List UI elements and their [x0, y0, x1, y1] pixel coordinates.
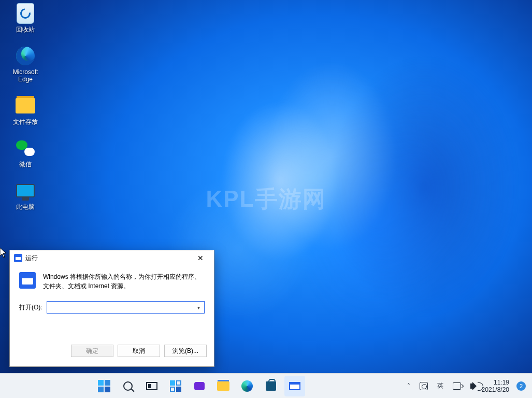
chat-icon — [194, 382, 205, 390]
run-open-label: 打开(O): — [19, 303, 42, 312]
tray-clock[interactable]: 11:19 2021/8/20 — [480, 378, 511, 394]
start-icon — [98, 380, 110, 392]
run-message: Windows 将根据你所输入的名称，为你打开相应的程序、文件夹、文档或 Int… — [43, 272, 205, 291]
taskbar-search-button[interactable] — [118, 376, 138, 396]
run-title-text: 运行 — [25, 254, 38, 263]
run-open-row: 打开(O): ▾ — [10, 291, 214, 314]
desktop-icon-label: Microsoft Edge — [7, 68, 44, 83]
monitor-icon — [15, 180, 36, 201]
run-icon — [289, 382, 300, 390]
search-icon — [123, 381, 133, 391]
run-open-field[interactable]: ▾ — [47, 301, 205, 314]
tray-overflow-button[interactable]: ˄ — [405, 381, 412, 391]
close-button[interactable]: ✕ — [190, 251, 211, 265]
browse-button[interactable]: 浏览(B)... — [164, 345, 207, 357]
chevron-up-icon: ˄ — [407, 382, 410, 390]
desktop-icon-label: 回收站 — [16, 26, 35, 33]
tray-notifications-badge[interactable]: 2 — [516, 381, 526, 391]
desktop-icon-this-pc[interactable]: 此电脑 — [7, 180, 44, 210]
run-open-input[interactable] — [49, 304, 195, 311]
taskbar-store-button[interactable] — [261, 376, 281, 396]
task-view-icon — [146, 382, 157, 390]
volume-icon — [470, 383, 472, 389]
desktop-icons-column: 回收站 Microsoft Edge 文件存放 微信 此电脑 — [7, 3, 44, 210]
edge-icon — [241, 380, 253, 392]
desktop-icon-folder-files[interactable]: 文件存放 — [7, 95, 44, 125]
desktop-icon-wechat[interactable]: 微信 — [7, 138, 44, 168]
ok-button[interactable]: 确定 — [71, 345, 113, 357]
tray-date: 2021/8/20 — [482, 386, 509, 393]
run-app-icon — [14, 254, 22, 262]
file-explorer-icon — [217, 381, 229, 391]
network-icon — [453, 382, 461, 390]
store-icon — [266, 381, 276, 391]
taskbar[interactable]: ˄ 英 11:19 2021/8/20 2 — [0, 373, 532, 398]
run-titlebar[interactable]: 运行 ✕ — [10, 250, 214, 266]
taskbar-widgets-button[interactable] — [165, 376, 186, 396]
desktop-icon-label: 此电脑 — [16, 203, 35, 210]
taskbar-explorer-button[interactable] — [213, 376, 234, 396]
chevron-down-icon[interactable]: ▾ — [195, 305, 202, 310]
wechat-icon — [15, 138, 36, 159]
tray-volume[interactable] — [468, 382, 475, 390]
recycle-bin-icon — [15, 3, 36, 24]
tray-time: 11:19 — [494, 379, 509, 386]
run-body: Windows 将根据你所输入的名称，为你打开相应的程序、文件夹、文档或 Int… — [10, 266, 214, 291]
desktop-icon-recycle-bin[interactable]: 回收站 — [7, 3, 44, 33]
taskbar-taskview-button[interactable] — [141, 376, 162, 396]
taskbar-tray: ˄ 英 11:19 2021/8/20 2 — [399, 378, 532, 394]
tray-ime-options[interactable] — [418, 381, 430, 391]
folder-icon — [15, 95, 36, 116]
watermark-text: KPL手游网 — [206, 184, 326, 215]
desktop-icon-label: 微信 — [19, 161, 32, 168]
run-body-icon — [19, 272, 36, 289]
run-dialog[interactable]: 运行 ✕ Windows 将根据你所输入的名称，为你打开相应的程序、文件夹、文档… — [9, 250, 214, 367]
desktop-icon-label: 文件存放 — [13, 118, 38, 125]
widgets-icon — [170, 380, 181, 392]
taskbar-run-button[interactable] — [284, 376, 305, 396]
edge-icon — [15, 46, 36, 66]
taskbar-start-button[interactable] — [94, 376, 114, 396]
run-button-row: 确定 取消 浏览(B)... — [10, 336, 214, 366]
desktop-icon-microsoft-edge[interactable]: Microsoft Edge — [7, 46, 44, 83]
taskbar-chat-button[interactable] — [189, 376, 210, 396]
ime-icon — [420, 382, 428, 390]
taskbar-edge-button[interactable] — [237, 376, 257, 396]
taskbar-center — [0, 376, 399, 396]
tray-network[interactable] — [451, 381, 463, 391]
cancel-button[interactable]: 取消 — [118, 345, 160, 357]
cursor-icon — [0, 248, 7, 258]
tray-ime-mode[interactable]: 英 — [435, 380, 445, 391]
desktop[interactable]: KPL手游网 回收站 Microsoft Edge 文件存放 微信 此电脑 运行 — [0, 0, 532, 398]
